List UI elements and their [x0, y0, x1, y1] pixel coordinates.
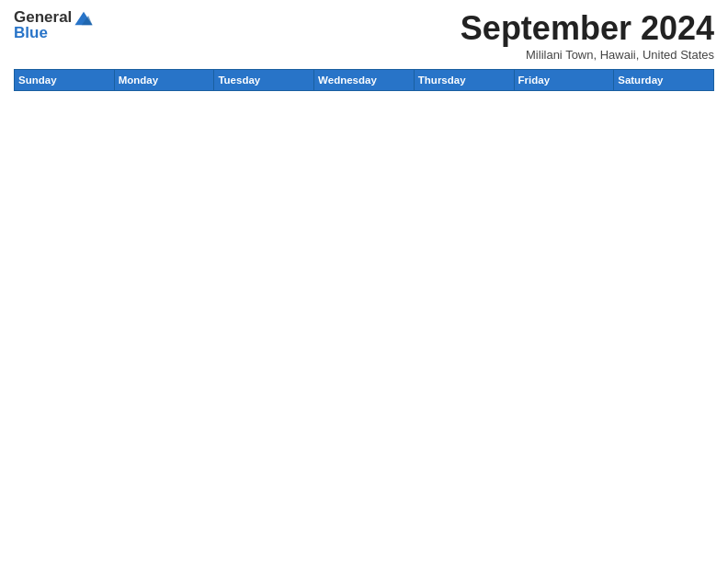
calendar: Sunday Monday Tuesday Wednesday Thursday…	[14, 69, 714, 91]
th-sunday: Sunday	[15, 70, 115, 91]
th-wednesday: Wednesday	[314, 70, 415, 91]
th-monday: Monday	[114, 70, 214, 91]
th-saturday: Saturday	[614, 70, 714, 91]
month-year-title: September 2024	[461, 9, 714, 48]
logo-blue: Blue	[14, 24, 94, 42]
logo-triangle-icon	[74, 10, 94, 27]
logo: General Blue	[14, 9, 94, 42]
title-area: September 2024 Mililani Town, Hawaii, Un…	[461, 9, 714, 62]
th-tuesday: Tuesday	[214, 70, 314, 91]
location-text: Mililani Town, Hawaii, United States	[461, 48, 714, 62]
th-thursday: Thursday	[414, 70, 514, 91]
th-friday: Friday	[514, 70, 614, 91]
